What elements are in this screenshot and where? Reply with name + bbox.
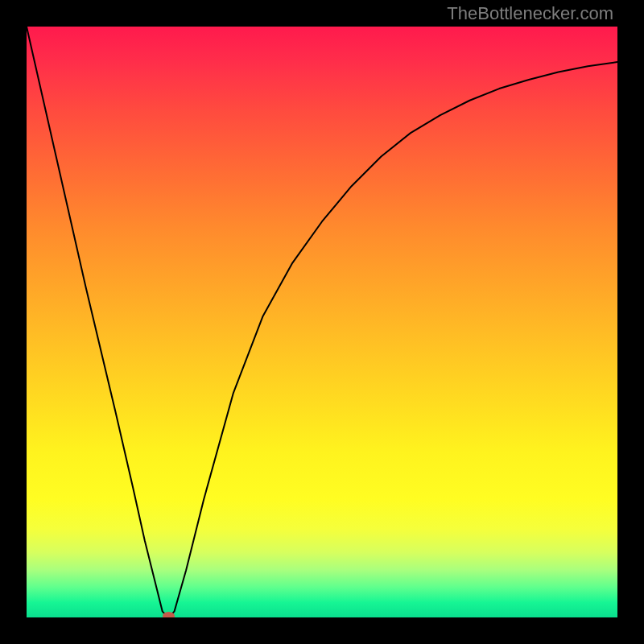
optimal-point-marker [163,612,175,617]
curve-layer [27,27,617,617]
bottleneck-curve [27,27,617,617]
plot-area [27,27,617,617]
chart-frame: TheBottlenecker.com [0,0,644,644]
attribution-label: TheBottlenecker.com [447,3,613,24]
